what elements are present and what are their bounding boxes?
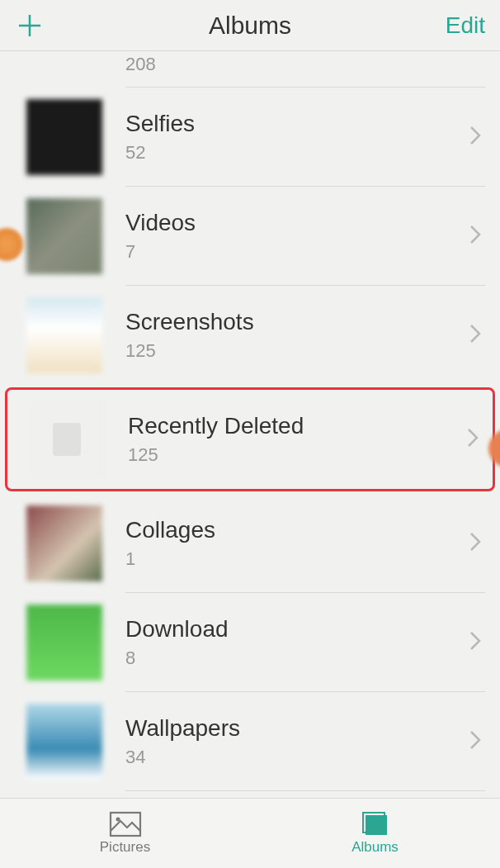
album-row-download[interactable]: Download 8 — [0, 593, 500, 692]
album-thumbnail — [26, 99, 102, 175]
album-row-selfies[interactable]: Selfies 52 — [0, 88, 500, 187]
album-count: 8 — [125, 647, 469, 669]
albums-icon — [359, 811, 392, 837]
album-title: Wallpapers — [125, 715, 469, 742]
album-text: Videos 7 — [125, 210, 469, 263]
album-row-wallpapers[interactable]: Wallpapers 34 — [0, 692, 500, 791]
header-bar: Albums Edit — [0, 0, 500, 51]
bottom-navigation: Pictures Albums — [0, 798, 500, 868]
album-title: Screenshots — [125, 309, 469, 335]
page-title: Albums — [209, 12, 291, 40]
chevron-right-icon — [469, 224, 482, 249]
album-count: 34 — [125, 747, 469, 768]
album-row-videos[interactable]: Videos 7 — [0, 187, 500, 286]
album-text: Collages 1 — [125, 517, 469, 570]
album-count: 208 — [125, 54, 156, 75]
album-thumbnail — [26, 198, 102, 274]
album-row[interactable]: 208 — [0, 51, 500, 88]
album-count: 7 — [125, 241, 469, 263]
chevron-right-icon — [469, 125, 482, 149]
chevron-right-icon — [469, 531, 482, 556]
svg-rect-2 — [111, 813, 140, 836]
nav-label: Pictures — [100, 839, 150, 856]
album-row-screenshots[interactable]: Screenshots 125 — [0, 286, 500, 385]
album-title: Download — [125, 616, 469, 643]
album-title: Selfies — [125, 111, 469, 137]
albums-list: 208 Selfies 52 Videos 7 Screenshots 125 — [0, 51, 500, 798]
album-title: Recently Deleted — [128, 413, 466, 439]
album-thumbnail — [26, 505, 102, 581]
divider — [125, 790, 485, 791]
album-count: 1 — [125, 548, 469, 570]
album-count: 125 — [125, 340, 469, 362]
album-text: Recently Deleted 125 — [128, 413, 466, 466]
album-text: Selfies 52 — [125, 111, 469, 164]
album-title: Collages — [125, 517, 469, 543]
album-text: Wallpapers 34 — [125, 715, 469, 768]
album-thumbnail — [26, 605, 102, 681]
chevron-right-icon — [469, 323, 482, 348]
chevron-right-icon — [469, 729, 482, 754]
album-title: Videos — [125, 210, 469, 236]
album-count: 125 — [128, 444, 466, 466]
album-thumbnail — [26, 297, 102, 373]
svg-point-3 — [116, 818, 120, 822]
chevron-right-icon — [469, 630, 482, 655]
add-album-button[interactable] — [15, 11, 45, 40]
edit-button[interactable]: Edit — [446, 12, 485, 39]
album-thumbnail — [29, 401, 105, 477]
album-text: Screenshots 125 — [125, 309, 469, 362]
plus-icon — [17, 13, 42, 38]
album-row-recently-deleted[interactable]: Recently Deleted 125 — [5, 387, 495, 491]
album-row-collages[interactable]: Collages 1 — [0, 494, 500, 593]
album-text: Download 8 — [125, 616, 469, 669]
tab-albums[interactable]: Albums — [250, 799, 500, 868]
nav-label: Albums — [351, 839, 399, 856]
tab-pictures[interactable]: Pictures — [0, 799, 250, 868]
album-thumbnail — [26, 704, 102, 780]
pictures-icon — [109, 811, 142, 837]
album-count: 52 — [125, 142, 469, 164]
chevron-right-icon — [466, 427, 479, 452]
